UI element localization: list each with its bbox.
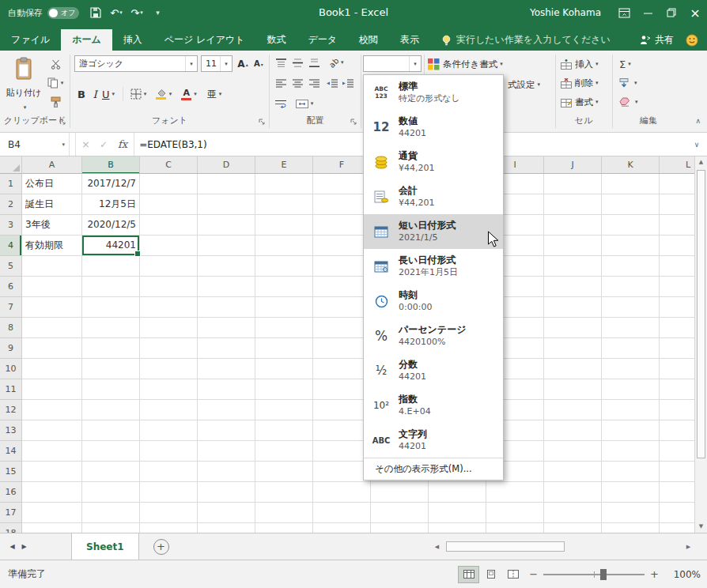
cell-E11[interactable] xyxy=(255,379,313,400)
cell-B6[interactable] xyxy=(82,277,140,297)
row-header-3[interactable]: 3 xyxy=(0,215,22,236)
fill-button[interactable]: ▾ xyxy=(619,74,637,92)
cell-F18[interactable] xyxy=(313,523,371,533)
font-size-dropdown-icon[interactable]: ▾ xyxy=(220,56,232,71)
cell-J12[interactable] xyxy=(544,400,602,420)
menu-item-number[interactable]: 12 数値44201 xyxy=(364,110,503,145)
cell-D16[interactable] xyxy=(198,482,255,503)
cell-K16[interactable] xyxy=(602,482,660,503)
borders-button[interactable]: ▾ xyxy=(127,85,149,103)
cell-G16[interactable] xyxy=(371,482,429,503)
clear-button[interactable]: ▾ xyxy=(619,93,638,111)
format-painter-button[interactable] xyxy=(45,93,66,111)
cell-L7[interactable] xyxy=(660,297,694,318)
menu-item-percentage[interactable]: % パーセンテージ4420100% xyxy=(364,318,503,353)
cell-J8[interactable] xyxy=(544,318,602,338)
cell-A2[interactable]: 誕生日 xyxy=(22,194,82,215)
cell-E5[interactable] xyxy=(255,256,313,277)
cell-A7[interactable] xyxy=(22,297,82,318)
column-header-A[interactable]: A xyxy=(22,156,82,174)
menu-item-currency[interactable]: 通貨¥44,201 xyxy=(364,145,503,179)
zoom-level[interactable]: 100% xyxy=(664,569,701,580)
cell-K17[interactable] xyxy=(602,503,660,523)
cell-L14[interactable] xyxy=(660,441,694,462)
cell-E17[interactable] xyxy=(255,503,313,523)
cell-K3[interactable] xyxy=(602,215,660,236)
vertical-scroll-thumb[interactable] xyxy=(697,170,705,458)
cell-L18[interactable] xyxy=(660,523,694,533)
row-header-7[interactable]: 7 xyxy=(0,297,22,318)
cell-A18[interactable] xyxy=(22,523,82,533)
cell-B14[interactable] xyxy=(82,441,140,462)
cell-L8[interactable] xyxy=(660,318,694,338)
column-header-D[interactable]: D xyxy=(198,156,255,174)
cell-J16[interactable] xyxy=(544,482,602,503)
feedback-smiley-icon[interactable] xyxy=(682,29,702,51)
column-header-J[interactable]: J xyxy=(544,156,602,174)
cell-E12[interactable] xyxy=(255,400,313,420)
maximize-restore-button[interactable] xyxy=(660,0,683,25)
cell-L9[interactable] xyxy=(660,338,694,359)
insert-function-icon[interactable]: fx xyxy=(112,138,134,150)
fill-color-button[interactable]: ▾ xyxy=(153,85,175,103)
cell-B4[interactable]: 44201 xyxy=(82,236,140,256)
align-middle-button[interactable] xyxy=(289,54,305,71)
cell-J15[interactable] xyxy=(544,462,602,482)
cell-B2[interactable]: 12月5日 xyxy=(82,194,140,215)
cell-J10[interactable] xyxy=(544,359,602,379)
cell-C11[interactable] xyxy=(140,379,198,400)
cell-L5[interactable] xyxy=(660,256,694,277)
copy-button[interactable]: ▾ xyxy=(45,74,66,92)
cell-K1[interactable] xyxy=(602,174,660,194)
cell-J1[interactable] xyxy=(544,174,602,194)
clipboard-dialog-launcher-icon[interactable] xyxy=(58,117,67,126)
align-bottom-button[interactable] xyxy=(306,54,322,71)
merge-center-button[interactable]: ▾ xyxy=(292,95,317,112)
ribbon-display-options-button[interactable] xyxy=(612,0,636,25)
column-header-E[interactable]: E xyxy=(255,156,313,174)
minimize-button[interactable] xyxy=(636,0,660,25)
cell-E7[interactable] xyxy=(255,297,313,318)
cell-K8[interactable] xyxy=(602,318,660,338)
cell-E13[interactable] xyxy=(255,420,313,441)
cell-A16[interactable] xyxy=(22,482,82,503)
cell-A3[interactable]: 3年後 xyxy=(22,215,82,236)
align-center-button[interactable] xyxy=(289,74,305,92)
cell-J7[interactable] xyxy=(544,297,602,318)
page-break-preview-button[interactable] xyxy=(502,566,524,583)
cell-D14[interactable] xyxy=(198,441,255,462)
delete-cells-button[interactable]: 削除 ▾ xyxy=(561,74,599,92)
cell-C7[interactable] xyxy=(140,297,198,318)
row-header-1[interactable]: 1 xyxy=(0,174,22,194)
cell-B7[interactable] xyxy=(82,297,140,318)
row-header-2[interactable]: 2 xyxy=(0,194,22,215)
cell-E18[interactable] xyxy=(255,523,313,533)
cell-A11[interactable] xyxy=(22,379,82,400)
cell-K2[interactable] xyxy=(602,194,660,215)
cell-A12[interactable] xyxy=(22,400,82,420)
orientation-button[interactable]: ab▾ xyxy=(325,54,347,71)
cell-H16[interactable] xyxy=(429,482,486,503)
cell-D5[interactable] xyxy=(198,256,255,277)
column-header-B[interactable]: B xyxy=(82,156,140,174)
cell-D18[interactable] xyxy=(198,523,255,533)
cell-L1[interactable] xyxy=(660,174,694,194)
sheet-tab-sheet1[interactable]: Sheet1 xyxy=(71,533,139,560)
row-header-5[interactable]: 5 xyxy=(0,256,22,277)
menu-item-scientific[interactable]: 10² 指数4.E+04 xyxy=(364,388,503,423)
cell-I17[interactable] xyxy=(486,503,544,523)
row-header-18[interactable]: 18 xyxy=(0,523,22,533)
tab-home[interactable]: ホーム xyxy=(61,29,112,51)
row-header-12[interactable]: 12 xyxy=(0,400,22,420)
underline-button[interactable]: U▾ xyxy=(102,85,115,103)
cell-L15[interactable] xyxy=(660,462,694,482)
cell-K5[interactable] xyxy=(602,256,660,277)
row-header-10[interactable]: 10 xyxy=(0,359,22,379)
sheet-nav-left-icon[interactable]: ◀ xyxy=(6,543,18,550)
cell-K13[interactable] xyxy=(602,420,660,441)
cell-A17[interactable] xyxy=(22,503,82,523)
cell-E2[interactable] xyxy=(255,194,313,215)
menu-item-text[interactable]: ABC 文字列44201 xyxy=(364,423,503,458)
hscroll-right-icon[interactable]: ▶ xyxy=(682,544,694,550)
tab-insert[interactable]: 挿入 xyxy=(112,29,153,51)
